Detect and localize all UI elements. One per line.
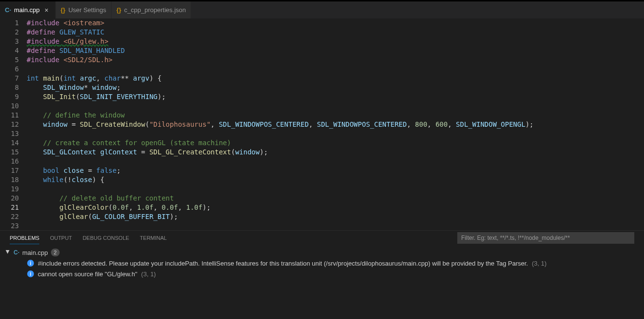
code-line[interactable] xyxy=(27,65,644,74)
problems-file-name: main.cpp xyxy=(22,249,48,256)
code-line[interactable]: window = SDL_CreateWindow("Dilophosaurus… xyxy=(27,120,644,129)
line-number: 16 xyxy=(0,157,19,166)
line-number: 17 xyxy=(0,166,19,175)
line-number: 4 xyxy=(0,46,19,55)
editor-tab[interactable]: C·main.cpp× xyxy=(0,1,56,18)
chevron-down-icon: ▶ xyxy=(5,250,11,255)
problem-location: (3, 1) xyxy=(141,270,156,278)
code-line[interactable]: #define SDL_MAIN_HANDLED xyxy=(27,46,644,55)
json-file-icon: {} xyxy=(61,6,65,14)
panel-tab-bar: PROBLEMSOUTPUTDEBUG CONSOLETERMINAL xyxy=(0,231,644,245)
line-number: 15 xyxy=(0,148,19,157)
line-number: 5 xyxy=(0,55,19,65)
line-number: 1 xyxy=(0,18,19,28)
line-number: 23 xyxy=(0,221,19,230)
line-number: 13 xyxy=(0,129,19,138)
editor-tab[interactable]: {}User Settings xyxy=(56,1,112,18)
code-line[interactable]: SDL_Init(SDL_INIT_EVERYTHING); xyxy=(27,92,644,101)
code-line[interactable]: bool close = false; xyxy=(27,166,644,175)
code-editor[interactable]: 1234567891011121314151617181920212223 #i… xyxy=(0,18,644,230)
problems-file-row[interactable]: ▶ C⁠· main.cpp 2 xyxy=(5,247,639,258)
panel-tab-problems[interactable]: PROBLEMS xyxy=(10,232,39,244)
line-number: 22 xyxy=(0,212,19,221)
code-line[interactable]: #include <GL/glew.h> xyxy=(27,37,644,46)
json-file-icon: {} xyxy=(116,6,121,14)
code-line[interactable] xyxy=(27,185,644,194)
info-icon: i xyxy=(27,260,34,267)
cpp-file-icon: C· xyxy=(5,6,11,14)
line-number: 21 xyxy=(0,203,19,212)
code-line[interactable]: #include <SDL2/SDL.h> xyxy=(27,55,644,65)
code-line[interactable]: glClear(GL_COLOR_BUFFER_BIT); xyxy=(27,212,644,221)
close-icon[interactable]: × xyxy=(43,6,50,14)
code-line[interactable]: SDL_Window* window; xyxy=(27,83,644,92)
code-line[interactable] xyxy=(27,221,644,230)
bottom-panel: PROBLEMSOUTPUTDEBUG CONSOLETERMINAL ▶ C⁠… xyxy=(0,230,644,319)
line-number-gutter: 1234567891011121314151617181920212223 xyxy=(0,18,27,230)
tab-label: main.cpp xyxy=(14,6,40,14)
panel-tab-terminal[interactable]: TERMINAL xyxy=(140,232,167,244)
editor-tab[interactable]: {}c_cpp_properties.json xyxy=(112,1,191,18)
line-number: 6 xyxy=(0,65,19,74)
problems-filter-input[interactable] xyxy=(457,232,634,244)
code-line[interactable]: // create a context for openGL (state ma… xyxy=(27,138,644,148)
line-number: 9 xyxy=(0,92,19,101)
code-line[interactable] xyxy=(27,101,644,111)
editor-tab-bar: C·main.cpp×{}User Settings{}c_cpp_proper… xyxy=(0,1,644,18)
line-number: 8 xyxy=(0,83,19,92)
line-number: 10 xyxy=(0,101,19,111)
code-line[interactable]: // define the window xyxy=(27,111,644,120)
panel-tab-output[interactable]: OUTPUT xyxy=(50,232,72,244)
line-number: 11 xyxy=(0,111,19,120)
code-line[interactable]: #define GLEW_STATIC xyxy=(27,28,644,37)
problem-row[interactable]: i#include errors detected. Please update… xyxy=(5,258,639,269)
problem-message: #include errors detected. Please update … xyxy=(38,260,528,267)
line-number: 3 xyxy=(0,37,19,46)
panel-tab-debug-console[interactable]: DEBUG CONSOLE xyxy=(82,232,129,244)
tab-label: c_cpp_properties.json xyxy=(124,6,186,14)
line-number: 2 xyxy=(0,28,19,37)
code-line[interactable] xyxy=(27,157,644,166)
line-number: 20 xyxy=(0,194,19,203)
code-line[interactable] xyxy=(27,129,644,138)
code-line[interactable]: SDL_GLContext glContext = SDL_GL_CreateC… xyxy=(27,148,644,157)
line-number: 19 xyxy=(0,185,19,194)
cpp-file-icon: C⁠· xyxy=(14,249,19,256)
code-line[interactable]: while(!close) { xyxy=(27,175,644,185)
problem-message: cannot open source file "GL/glew.h" xyxy=(38,270,137,278)
line-number: 7 xyxy=(0,74,19,83)
code-area[interactable]: #include <iostream>#define GLEW_STATIC#i… xyxy=(27,18,644,230)
problem-location: (3, 1) xyxy=(532,260,547,267)
problems-list: ▶ C⁠· main.cpp 2 i#include errors detect… xyxy=(0,245,644,319)
code-line[interactable]: glClearColor(0.0f, 1.0f, 0.0f, 1.0f); xyxy=(27,203,644,212)
problems-count-badge: 2 xyxy=(51,249,60,256)
tab-label: User Settings xyxy=(68,6,106,14)
line-number: 14 xyxy=(0,138,19,148)
line-number: 18 xyxy=(0,175,19,185)
problem-row[interactable]: icannot open source file "GL/glew.h"(3, … xyxy=(5,269,639,279)
line-number: 12 xyxy=(0,120,19,129)
code-line[interactable]: int main(int argc, char** argv) { xyxy=(27,74,644,83)
info-icon: i xyxy=(27,270,34,277)
code-line[interactable]: // delete old buffer content xyxy=(27,194,644,203)
code-line[interactable]: #include <iostream> xyxy=(27,18,644,28)
